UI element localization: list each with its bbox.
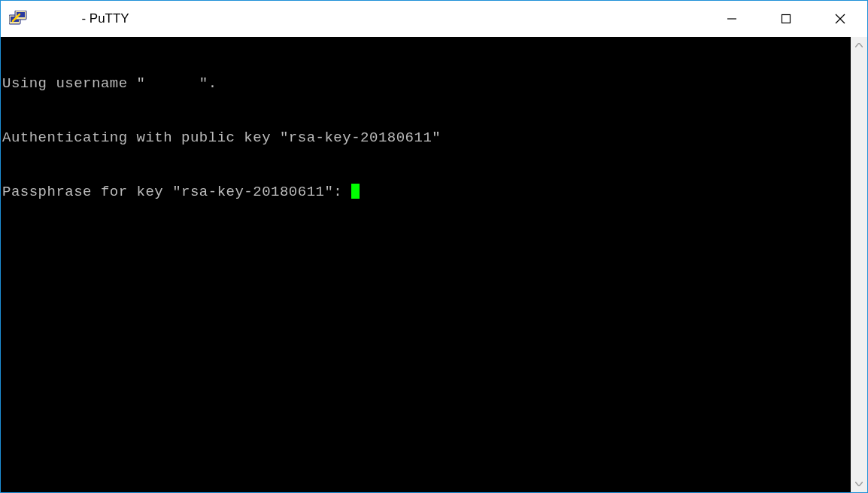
window-title-app: - PuTTY: [81, 11, 129, 26]
terminal-line: Using username " ".: [2, 75, 849, 93]
window-title-prefix: [35, 11, 81, 26]
terminal[interactable]: Using username " ". Authenticating with …: [1, 37, 851, 492]
close-button[interactable]: [813, 3, 867, 35]
putty-window: - PuTTY Using username " ". Authenticati…: [0, 0, 868, 493]
minimize-button[interactable]: [705, 3, 759, 35]
maximize-button[interactable]: [759, 3, 813, 35]
terminal-prompt: Passphrase for key "rsa-key-20180611":: [2, 184, 351, 200]
terminal-cursor: [351, 184, 360, 199]
terminal-line: Passphrase for key "rsa-key-20180611":: [2, 183, 849, 201]
scrollbar[interactable]: [851, 37, 867, 492]
svg-rect-5: [782, 15, 791, 23]
scroll-track[interactable]: [851, 53, 867, 476]
scroll-down-button[interactable]: [851, 476, 867, 492]
scroll-up-button[interactable]: [851, 37, 867, 53]
titlebar[interactable]: - PuTTY: [1, 1, 867, 37]
putty-icon: [8, 8, 29, 29]
terminal-line: Authenticating with public key "rsa-key-…: [2, 129, 849, 147]
client-area: Using username " ". Authenticating with …: [1, 37, 867, 492]
